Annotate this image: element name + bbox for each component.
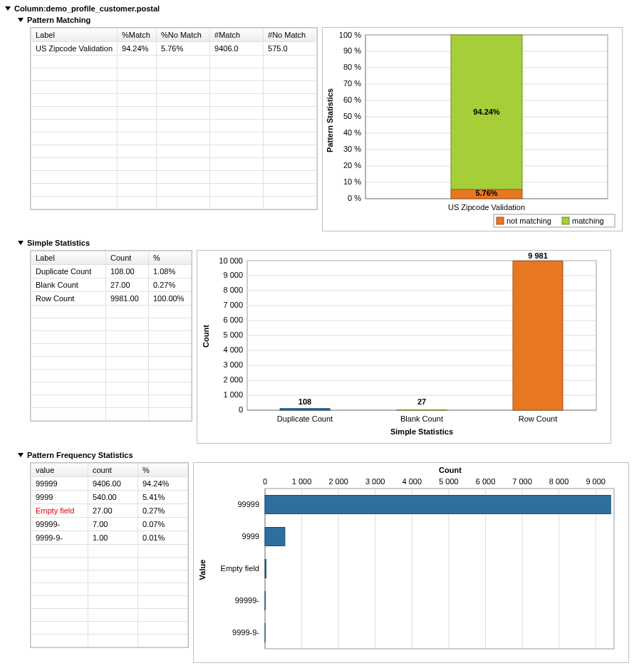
svg-text:80 %: 80 % xyxy=(343,63,361,71)
svg-rect-56 xyxy=(397,409,447,410)
tree-toggle-column[interactable]: Column:demo_profile_customer.postal xyxy=(4,3,640,14)
pattern-frequency-chart: Count xyxy=(193,462,629,663)
svg-text:5 000: 5 000 xyxy=(223,330,243,339)
col-header[interactable]: #No Match xyxy=(264,28,317,42)
tree-toggle-pattern-matching[interactable]: Pattern Matching xyxy=(17,14,640,26)
svg-text:100 %: 100 % xyxy=(339,31,361,39)
table-row xyxy=(31,68,317,81)
cell: 7.00 xyxy=(88,518,138,531)
table-row xyxy=(31,81,317,94)
table-row xyxy=(31,107,317,120)
svg-text:8 000: 8 000 xyxy=(223,286,243,294)
svg-text:6 000: 6 000 xyxy=(476,477,496,486)
cat-label: Empty field xyxy=(221,564,259,573)
col-header[interactable]: Label xyxy=(31,28,118,42)
svg-text:90 %: 90 % xyxy=(343,46,361,55)
svg-text:0 %: 0 % xyxy=(348,194,361,202)
section-title-pattern-frequency: Pattern Frequency Statistics xyxy=(27,451,133,459)
table-row xyxy=(31,318,192,331)
table-row xyxy=(31,56,317,68)
cat-label: 99999 xyxy=(237,500,259,508)
svg-text:10 %: 10 % xyxy=(343,177,361,186)
svg-text:70 %: 70 % xyxy=(343,79,361,88)
svg-text:3 000: 3 000 xyxy=(223,360,243,369)
svg-text:1 000: 1 000 xyxy=(292,477,312,486)
svg-text:3 000: 3 000 xyxy=(365,477,385,486)
cell: Blank Count xyxy=(31,278,106,292)
cell: 5.76% xyxy=(157,42,210,56)
legend-matching: matching xyxy=(572,216,604,225)
svg-text:0: 0 xyxy=(263,477,267,486)
section-title-pattern-matching: Pattern Matching xyxy=(27,16,90,24)
svg-marker-58 xyxy=(18,453,24,457)
tree-toggle-simple-statistics[interactable]: Simple Statistics xyxy=(17,237,640,249)
pattern-frequency-table: value count % 99999 9406.00 94.24% xyxy=(31,463,188,647)
col-header[interactable]: %Match xyxy=(118,28,157,42)
svg-text:1 000: 1 000 xyxy=(223,390,243,399)
twist-icon xyxy=(17,452,24,459)
svg-marker-31 xyxy=(18,241,24,245)
cat-label: Blank Count xyxy=(400,414,443,423)
table-row xyxy=(31,558,188,570)
svg-rect-81 xyxy=(265,528,285,546)
cell: Row Count xyxy=(31,292,106,306)
tree-toggle-pattern-frequency[interactable]: Pattern Frequency Statistics xyxy=(17,449,640,461)
table-row xyxy=(31,635,188,647)
table-row[interactable]: Duplicate Count 108.00 1.08% xyxy=(31,265,192,278)
table-row xyxy=(31,596,188,609)
section-title-simple-statistics: Simple Statistics xyxy=(27,239,90,247)
cell: Empty field xyxy=(31,504,88,518)
table-row xyxy=(31,609,188,622)
svg-rect-82 xyxy=(265,560,266,578)
col-header[interactable]: % xyxy=(149,251,192,265)
table-row[interactable]: 9999 540.00 5.41% xyxy=(31,491,188,504)
cell: 27.00 xyxy=(88,504,138,518)
table-row xyxy=(31,132,317,145)
cell: 1.08% xyxy=(149,265,192,278)
table-row[interactable]: Empty field 27.00 0.27% xyxy=(31,504,188,518)
svg-rect-30 xyxy=(562,217,569,224)
svg-text:9 000: 9 000 xyxy=(586,477,606,486)
simple-statistics-table: Label Count % Duplicate Count 108.00 1.0… xyxy=(31,251,192,421)
table-row[interactable]: 99999 9406.00 94.24% xyxy=(31,477,188,491)
table-row xyxy=(31,145,317,158)
col-header[interactable]: count xyxy=(88,464,138,477)
cell: US Zipcode Validation xyxy=(31,42,118,56)
table-row xyxy=(31,357,192,370)
x-axis-label: Count xyxy=(439,466,462,474)
svg-text:7 000: 7 000 xyxy=(223,301,243,309)
col-header[interactable]: #Match xyxy=(210,28,264,42)
twist-icon xyxy=(17,16,24,24)
cell: 9406.00 xyxy=(88,477,138,491)
table-row xyxy=(31,120,317,132)
table-row xyxy=(31,344,192,357)
col-header[interactable]: % xyxy=(138,464,188,477)
table-row[interactable]: Row Count 9981.00 100.00% xyxy=(31,292,192,306)
table-row[interactable]: Blank Count 27.00 0.27% xyxy=(31,278,192,292)
svg-text:2 000: 2 000 xyxy=(328,477,348,486)
table-row xyxy=(31,306,192,318)
col-header[interactable]: Label xyxy=(31,251,106,265)
svg-text:10 000: 10 000 xyxy=(219,256,243,265)
category-label: US Zipcode Validation xyxy=(448,203,525,212)
y-axis-label: Count xyxy=(202,325,210,348)
x-axis-label: Simple Statistics xyxy=(390,427,453,436)
cat-label: 99999- xyxy=(235,596,260,605)
cell: 0.27% xyxy=(138,504,188,518)
table-row[interactable]: 99999- 7.00 0.07% xyxy=(31,518,188,531)
table-row[interactable]: 9999-9- 1.00 0.01% xyxy=(31,531,188,545)
pattern-matching-table: Label %Match %No Match #Match #No Match … xyxy=(31,28,317,209)
nomatch-pct-label: 5.76% xyxy=(475,189,497,197)
svg-text:7 000: 7 000 xyxy=(512,477,532,486)
cell: 0.01% xyxy=(138,531,188,545)
bar-label: 108 xyxy=(298,397,311,406)
svg-text:0: 0 xyxy=(239,405,243,414)
col-header[interactable]: %No Match xyxy=(157,28,210,42)
col-header[interactable]: Count xyxy=(106,251,149,265)
svg-text:2 000: 2 000 xyxy=(223,375,243,384)
table-row[interactable]: US Zipcode Validation 94.24% 5.76% 9406.… xyxy=(31,42,317,56)
cell: 0.27% xyxy=(149,278,192,292)
col-header[interactable]: value xyxy=(31,464,88,477)
svg-text:40 %: 40 % xyxy=(343,128,361,137)
cell: Duplicate Count xyxy=(31,265,106,278)
